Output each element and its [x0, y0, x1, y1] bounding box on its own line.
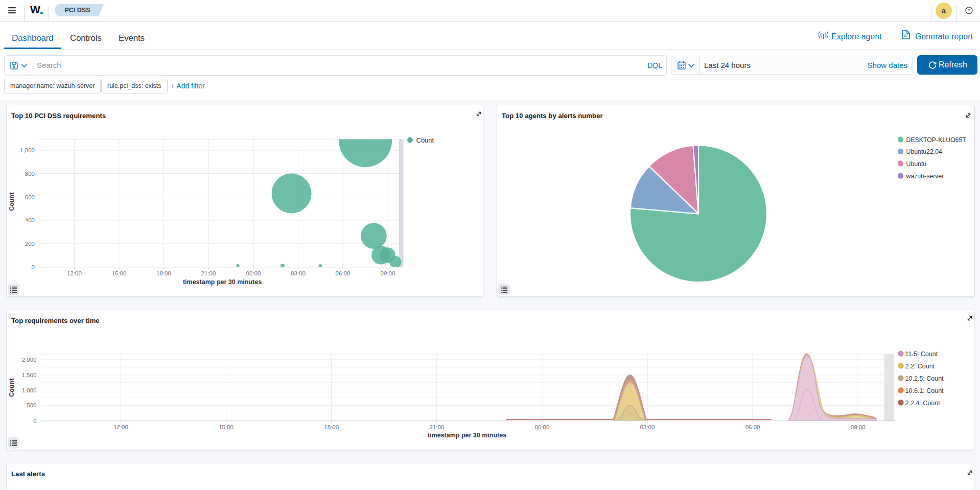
svg-text:500: 500	[27, 402, 36, 408]
svg-text:03:00: 03:00	[291, 270, 306, 276]
svg-text:600: 600	[25, 194, 35, 200]
svg-text:00:00: 00:00	[246, 270, 261, 276]
svg-text:timestamp per 30 minutes: timestamp per 30 minutes	[428, 432, 506, 439]
svg-text:200: 200	[25, 241, 35, 247]
svg-text:1,500: 1,500	[22, 372, 37, 378]
svg-text:2.2.4: Count: 2.2.4: Count	[905, 400, 941, 407]
svg-text:Count: Count	[8, 192, 15, 211]
svg-text:2.2: Count: 2.2: Count	[905, 363, 935, 370]
svg-text:timestamp per 30 minutes: timestamp per 30 minutes	[183, 278, 262, 286]
svg-text:00:00: 00:00	[535, 424, 550, 430]
svg-text:400: 400	[25, 217, 35, 223]
svg-text:10.2.5: Count: 10.2.5: Count	[905, 375, 944, 382]
svg-text:Count: Count	[9, 378, 16, 397]
svg-text:1,000: 1,000	[20, 147, 35, 153]
svg-text:1,000: 1,000	[22, 387, 37, 393]
svg-text:21:00: 21:00	[201, 270, 216, 276]
svg-text:800: 800	[25, 171, 35, 177]
svg-text:0: 0	[32, 264, 35, 270]
svg-text:15:00: 15:00	[219, 424, 234, 430]
svg-text:03:00: 03:00	[640, 424, 655, 430]
svg-text:06:00: 06:00	[745, 424, 760, 430]
svg-text:0: 0	[33, 418, 36, 424]
svg-text:DESKTOP-KLUO65T: DESKTOP-KLUO65T	[906, 136, 967, 144]
svg-text:06:00: 06:00	[336, 270, 351, 276]
svg-text:18:00: 18:00	[324, 424, 339, 430]
svg-text:15:00: 15:00	[112, 270, 127, 276]
svg-text:11.5: Count: 11.5: Count	[905, 351, 938, 358]
svg-text:10.6.1: Count: 10.6.1: Count	[905, 387, 944, 394]
svg-text:wazuh-server: wazuh-server	[906, 173, 944, 180]
svg-text:09:00: 09:00	[381, 270, 395, 276]
svg-text:18:00: 18:00	[156, 270, 171, 276]
svg-text:?: ?	[968, 8, 970, 13]
svg-text:2,000: 2,000	[22, 357, 37, 363]
svg-text:Ubuntu22.04: Ubuntu22.04	[906, 148, 943, 155]
svg-text:12:00: 12:00	[67, 270, 82, 276]
svg-text:12:00: 12:00	[113, 424, 128, 430]
svg-text:Ubuntu: Ubuntu	[906, 160, 927, 168]
svg-text:Count: Count	[416, 136, 434, 144]
svg-text:09:00: 09:00	[851, 424, 866, 430]
svg-text:21:00: 21:00	[429, 424, 444, 430]
